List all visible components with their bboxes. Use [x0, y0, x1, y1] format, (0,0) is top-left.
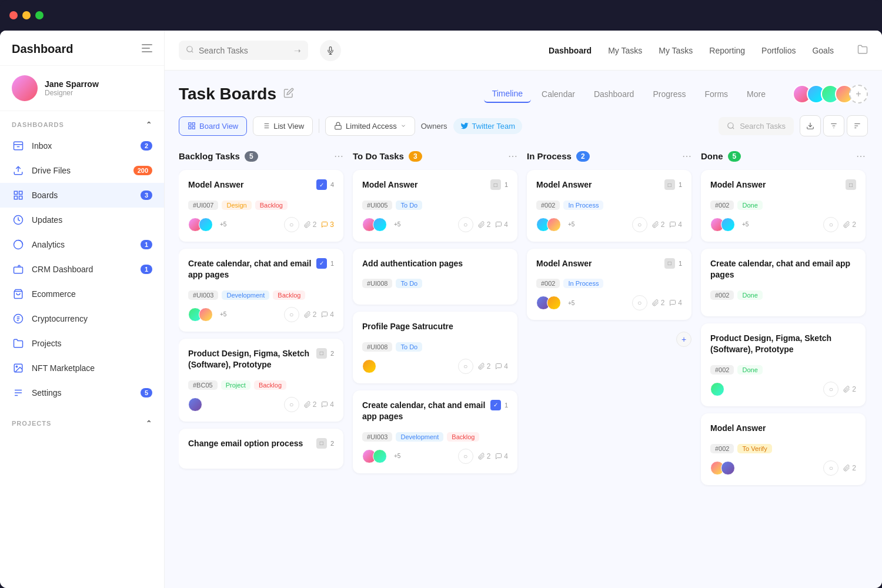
card-action-button[interactable]: ○ — [458, 217, 473, 232]
sidebar-item-analytics[interactable]: Analytics 1 — [0, 232, 164, 257]
sort-icon-button[interactable] — [847, 115, 868, 136]
tab-progress[interactable]: Progress — [644, 86, 694, 102]
nav-link-dashboard[interactable]: Dashboard — [542, 42, 599, 59]
card-action-button[interactable]: ○ — [632, 295, 647, 310]
card-avatars — [710, 382, 724, 396]
tag: Backlog — [447, 432, 479, 442]
limited-access-button[interactable]: Limited Access — [325, 116, 415, 136]
sidebar-item-cryptocurrency[interactable]: Cryptocurrency — [0, 306, 164, 331]
search-tasks-box[interactable]: Search Tasks — [719, 117, 794, 135]
folder-icon[interactable] — [857, 44, 868, 57]
card-footer: +5 ○ 2 — [710, 217, 856, 232]
card-action-button[interactable]: ○ — [632, 217, 647, 232]
card-action-button[interactable]: ○ — [284, 307, 299, 322]
sidebar-item-nft[interactable]: NFT Marketplace — [0, 356, 164, 380]
backlog-options-button[interactable]: ⋯ — [334, 151, 343, 162]
board-view-button[interactable]: Board View — [179, 116, 247, 136]
card-messages: 4 — [495, 452, 508, 460]
card-footer: +5 ○ 2 3 — [188, 217, 334, 232]
sidebar-item-drive-files[interactable]: Drive Files 200 — [0, 158, 164, 183]
card-action-button[interactable]: ○ — [823, 460, 838, 476]
card-tags: #002 In Process — [536, 279, 682, 288]
tag: #UI005 — [362, 201, 392, 210]
card-avatar — [188, 397, 202, 412]
tag: In Process — [563, 201, 603, 210]
mic-button[interactable] — [320, 40, 341, 61]
nav-link-my-tasks-2[interactable]: My Tasks — [652, 42, 700, 59]
tag: Development — [222, 290, 269, 300]
projects-section-label: PROJECTS — [12, 420, 51, 427]
projects-chevron-icon[interactable]: ⌃ — [146, 419, 152, 427]
card-avatar — [373, 449, 387, 463]
backlog-count-badge: 5 — [245, 151, 258, 162]
window-close-dot[interactable] — [9, 11, 18, 19]
task-num: 1 — [330, 260, 334, 267]
tag: #002 — [710, 444, 734, 453]
card-avatars — [710, 461, 735, 475]
task-num: 1 — [679, 260, 682, 267]
sidebar-item-projects[interactable]: Projects — [0, 331, 164, 356]
sidebar-item-inbox[interactable]: Inbox 2 — [0, 133, 164, 158]
header-avatars: + — [793, 85, 868, 103]
sidebar-item-boards[interactable]: Boards 3 — [0, 183, 164, 208]
tab-timeline[interactable]: Timeline — [484, 85, 531, 103]
sidebar-item-ecommerce[interactable]: Ecommerce — [0, 282, 164, 306]
extra-avatars: +5 — [742, 221, 749, 228]
tab-calendar[interactable]: Calendar — [533, 86, 583, 102]
card-title: Model Answer — [710, 179, 766, 191]
tag: Done — [737, 290, 762, 300]
search-box[interactable]: ➝ — [179, 41, 308, 60]
card-action-button[interactable]: ○ — [823, 217, 838, 232]
todo-options-button[interactable]: ⋯ — [508, 151, 517, 162]
card-action-button[interactable]: ○ — [823, 382, 838, 397]
tag: To Verify — [737, 444, 771, 453]
nav-link-reporting[interactable]: Reporting — [702, 42, 752, 59]
tag: Development — [396, 432, 443, 442]
sidebar-item-analytics-label: Analytics — [32, 240, 133, 249]
card-attach: 2 — [304, 310, 317, 319]
nav-link-my-tasks-1[interactable]: My Tasks — [601, 42, 649, 59]
inprocess-options-button[interactable]: ⋯ — [682, 151, 691, 162]
card-avatar — [547, 218, 561, 232]
tag: #002 — [710, 290, 734, 300]
search-input[interactable] — [199, 46, 289, 55]
window-maximize-dot[interactable] — [35, 11, 44, 19]
tab-more[interactable]: More — [739, 86, 774, 102]
sidebar-item-nft-label: NFT Marketplace — [32, 363, 152, 373]
filter-icon-button[interactable] — [823, 115, 844, 136]
svg-rect-2 — [142, 51, 152, 52]
add-member-button[interactable]: + — [849, 85, 868, 103]
sidebar-item-crm[interactable]: CRM Dashboard 1 — [0, 257, 164, 282]
card-title: Change email option process — [188, 438, 303, 450]
card-footer: ○ 2 — [710, 382, 856, 397]
card-action-button[interactable]: ○ — [458, 449, 473, 464]
done-options-button[interactable]: ⋯ — [856, 151, 866, 162]
task-icon: □ — [846, 179, 856, 190]
window-minimize-dot[interactable] — [22, 11, 31, 19]
card-messages: 4 — [495, 362, 508, 370]
card-action-button[interactable]: ○ — [284, 397, 299, 412]
nav-link-portfolios[interactable]: Portfolios — [754, 42, 803, 59]
svg-rect-11 — [14, 267, 23, 273]
list-view-button[interactable]: List View — [253, 116, 313, 136]
hamburger-icon[interactable] — [142, 44, 152, 55]
extra-avatars: +5 — [568, 300, 574, 306]
toolbar-divider — [319, 119, 319, 133]
edit-icon[interactable] — [283, 88, 294, 101]
svg-rect-6 — [19, 191, 22, 194]
sidebar-item-settings[interactable]: Settings 5 — [0, 380, 164, 405]
tab-forms[interactable]: Forms — [696, 86, 736, 102]
card-action-button[interactable]: ○ — [284, 217, 299, 232]
tab-dashboard[interactable]: Dashboard — [586, 86, 643, 102]
tag: Backlog — [273, 290, 305, 300]
sidebar-item-updates[interactable]: Updates — [0, 208, 164, 232]
dashboards-chevron-icon[interactable]: ⌃ — [146, 121, 152, 129]
download-icon-button[interactable] — [800, 115, 821, 136]
card-tags: #002 In Process — [536, 201, 682, 210]
add-task-button[interactable]: + — [676, 332, 691, 347]
task-card: Product Design, Figma, Sketch (Software)… — [179, 339, 343, 422]
sidebar-item-updates-label: Updates — [32, 215, 152, 225]
nav-link-goals[interactable]: Goals — [805, 42, 841, 59]
card-avatar — [199, 218, 213, 232]
card-action-button[interactable]: ○ — [458, 359, 473, 374]
